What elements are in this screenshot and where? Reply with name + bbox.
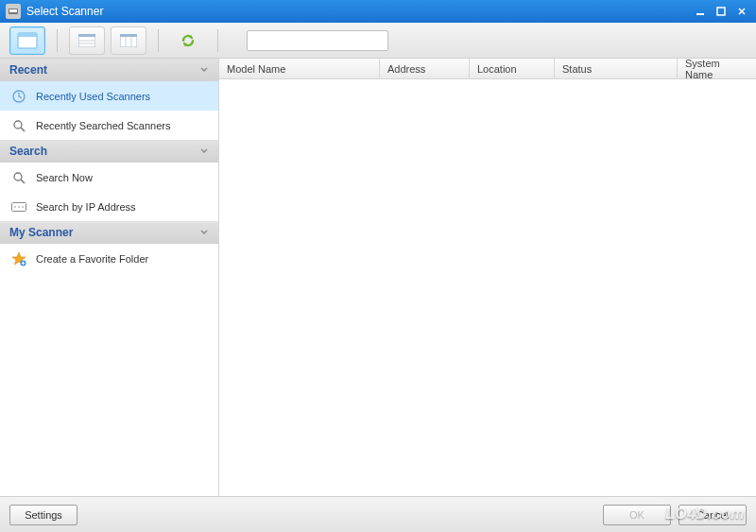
sidebar-item-label: Recently Searched Scanners xyxy=(36,120,170,131)
svg-rect-3 xyxy=(717,8,725,15)
magnifier-icon xyxy=(11,170,26,185)
column-header[interactable]: Address xyxy=(380,59,470,78)
view-list-button[interactable] xyxy=(69,26,105,55)
toolbar xyxy=(0,23,756,59)
svg-line-18 xyxy=(21,128,25,131)
column-header[interactable]: Location xyxy=(470,59,555,78)
svg-point-17 xyxy=(14,121,22,129)
titlebar: Select Scanner xyxy=(0,0,756,23)
svg-rect-1 xyxy=(9,9,17,12)
table-header: Model NameAddressLocationStatusSystem Na… xyxy=(219,59,756,79)
content: Recent Recently Used Scanners Recently S… xyxy=(0,59,756,496)
sidebar-item-label: Search Now xyxy=(36,172,93,183)
ok-button[interactable]: OK xyxy=(603,505,671,525)
view-list-icon xyxy=(78,34,95,47)
chevron-down-icon xyxy=(199,226,209,239)
chevron-down-icon xyxy=(199,145,209,158)
cancel-button[interactable]: Cancel xyxy=(679,505,747,525)
toolbar-separator xyxy=(57,29,58,52)
column-header[interactable]: Status xyxy=(555,59,678,78)
magnifier-icon xyxy=(11,118,26,133)
sidebar-item-create-favorite[interactable]: Create a Favorite Folder xyxy=(0,244,218,273)
sidebar-item-search-now[interactable]: Search Now xyxy=(0,163,218,192)
view-details-button[interactable] xyxy=(111,26,146,55)
svg-line-20 xyxy=(21,180,25,183)
close-button[interactable] xyxy=(733,5,750,18)
view-large-button[interactable] xyxy=(9,26,45,55)
toolbar-separator xyxy=(158,29,159,52)
column-header[interactable]: System Name xyxy=(678,59,748,78)
svg-rect-5 xyxy=(18,33,37,37)
table-area: Model NameAddressLocationStatusSystem Na… xyxy=(219,59,756,496)
section-header-recent[interactable]: Recent xyxy=(0,59,218,81)
settings-button[interactable]: Settings xyxy=(9,505,77,525)
svg-point-19 xyxy=(14,173,22,180)
svg-rect-2 xyxy=(696,13,704,15)
sidebar-item-label: Search by IP Address xyxy=(36,201,136,213)
app-icon xyxy=(6,4,21,19)
sidebar: Recent Recently Used Scanners Recently S… xyxy=(0,59,219,496)
bottombar: Settings OK Cancel xyxy=(0,496,756,532)
window-title: Select Scanner xyxy=(26,5,688,18)
table-body xyxy=(219,79,756,496)
refresh-icon xyxy=(180,32,197,49)
section-header-my-scanner[interactable]: My Scanner xyxy=(0,221,218,244)
column-header[interactable]: Model Name xyxy=(219,59,380,78)
ip-field-icon xyxy=(11,199,26,215)
refresh-button[interactable] xyxy=(170,26,206,55)
section-title: Search xyxy=(9,145,47,158)
sidebar-item-search-ip[interactable]: Search by IP Address xyxy=(0,192,218,221)
maximize-button[interactable] xyxy=(713,5,730,18)
star-add-icon xyxy=(11,251,26,266)
view-details-icon xyxy=(120,34,137,47)
sidebar-item-label: Recently Used Scanners xyxy=(36,91,150,102)
svg-point-22 xyxy=(14,206,16,208)
minimize-button[interactable] xyxy=(692,5,709,18)
toolbar-separator xyxy=(217,29,218,52)
chevron-down-icon xyxy=(199,63,209,77)
svg-point-24 xyxy=(22,206,24,208)
section-header-search[interactable]: Search xyxy=(0,140,218,163)
sidebar-item-recently-searched[interactable]: Recently Searched Scanners xyxy=(0,111,218,140)
clock-icon xyxy=(11,89,26,104)
sidebar-item-recently-used[interactable]: Recently Used Scanners xyxy=(0,81,218,111)
view-large-icon xyxy=(17,32,38,49)
svg-rect-7 xyxy=(78,34,95,37)
search-input[interactable] xyxy=(253,35,384,46)
sidebar-item-label: Create a Favorite Folder xyxy=(36,253,148,265)
section-title: My Scanner xyxy=(9,226,73,239)
svg-rect-11 xyxy=(120,34,137,37)
search-box[interactable] xyxy=(247,30,388,51)
svg-point-23 xyxy=(18,206,20,208)
section-title: Recent xyxy=(9,63,47,77)
